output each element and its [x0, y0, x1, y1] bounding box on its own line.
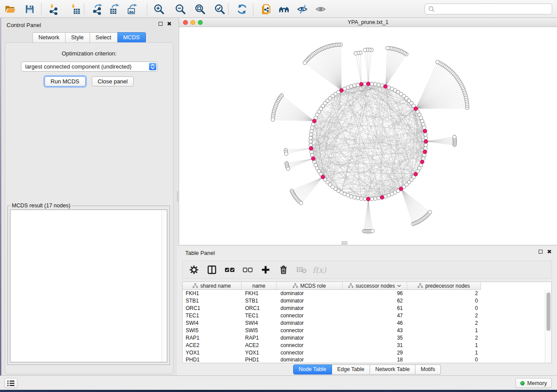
- desktop-edge-bottom: [0, 390, 557, 392]
- show-all-icon[interactable]: [313, 1, 329, 17]
- memory-button[interactable]: Memory: [515, 378, 552, 388]
- close-panel-button[interactable]: Close panel: [92, 76, 134, 86]
- table-row[interactable]: TEC1 TEC1 connector 47 2: [183, 312, 545, 320]
- export-table-icon[interactable]: [107, 1, 122, 17]
- horizontal-splitter-grip[interactable]: [342, 241, 347, 244]
- main-toolbar: [0, 0, 557, 18]
- attribute-type-icon: [348, 283, 353, 288]
- search-input[interactable]: [437, 6, 552, 12]
- mcds-result-title: MCDS result (17 nodes): [10, 203, 72, 209]
- table-toolbar: f(x): [182, 261, 552, 279]
- network-title: YPA_prune.txt_1: [179, 19, 557, 25]
- table-tab[interactable]: Edge Table: [332, 364, 370, 375]
- run-mcds-button[interactable]: Run MCDS: [45, 76, 86, 86]
- column-header[interactable]: shared name: [183, 282, 242, 290]
- column-header[interactable]: name: [242, 282, 277, 290]
- network-canvas[interactable]: [179, 27, 557, 244]
- mcds-result-list: [10, 210, 167, 362]
- zoom-fit-icon[interactable]: [192, 1, 208, 17]
- save-session-icon[interactable]: [22, 1, 38, 17]
- control-panel-tab[interactable]: Select: [90, 32, 118, 43]
- column-header[interactable]: MCDS role: [277, 282, 343, 290]
- table-row[interactable]: PHD1 PHD1 dominator 18 0: [183, 356, 545, 364]
- table-row[interactable]: FKH1 FKH1 dominator 96 2: [183, 290, 545, 297]
- control-panel-tab[interactable]: Style: [66, 32, 90, 43]
- mcds-panel: Optimization criterion: largest connecte…: [5, 42, 173, 374]
- add-column-icon[interactable]: [260, 264, 271, 275]
- control-panel-title: Control Panel: [7, 22, 41, 28]
- control-panel: Control Panel ✖ NetworkStyleSelectMCDS O…: [1, 18, 177, 375]
- export-network-icon[interactable]: [90, 1, 105, 17]
- control-panel-tab[interactable]: Network: [32, 32, 66, 43]
- network-graph: [179, 27, 557, 244]
- status-bar: Memory: [0, 375, 557, 390]
- delete-column-icon[interactable]: [278, 264, 289, 275]
- table-row[interactable]: STB1 STB1 dominator 62 0: [183, 297, 545, 305]
- control-panel-tab[interactable]: MCDS: [118, 32, 146, 43]
- column-header[interactable]: successor nodes: [343, 282, 407, 290]
- search-box[interactable]: [425, 3, 552, 14]
- optimization-criterion-label: Optimization criterion:: [5, 50, 173, 57]
- zoom-out-icon[interactable]: [173, 1, 188, 17]
- node-table: shared name name MCDS role successor nod…: [182, 282, 552, 363]
- refresh-icon[interactable]: [234, 1, 250, 17]
- table-header: shared name name MCDS role successor nod…: [183, 282, 481, 290]
- table-tabs: Node TableEdge TableNetwork TableMotifs: [177, 364, 557, 375]
- table-panel: Table Panel ✖: [177, 245, 557, 375]
- select-all-icon[interactable]: [224, 264, 235, 275]
- function-builder-icon: f(x): [314, 264, 325, 275]
- criterion-value: largest connected component (undirected): [25, 63, 132, 70]
- import-table-icon[interactable]: [67, 1, 83, 17]
- import-network-icon[interactable]: [46, 1, 62, 17]
- close-table-panel-icon[interactable]: ✖: [547, 250, 552, 254]
- show-column-panel-icon[interactable]: [206, 264, 218, 275]
- settings-gear-icon[interactable]: [188, 264, 200, 275]
- table-row[interactable]: ORC1 ORC1 dominator 61 0: [183, 305, 545, 312]
- table-row[interactable]: SWI4 SWI4 dominator 46 2: [183, 320, 545, 327]
- zoom-in-icon[interactable]: [151, 1, 167, 17]
- deselect-all-icon[interactable]: [242, 264, 253, 275]
- hide-selected-icon[interactable]: [294, 1, 310, 17]
- search-network-icon[interactable]: [276, 1, 292, 17]
- attribute-type-icon: [293, 283, 298, 288]
- table-row[interactable]: RAP1 RAP1 dominator 35 2: [183, 334, 545, 341]
- control-panel-tabs: NetworkStyleSelectMCDS: [1, 32, 177, 43]
- list-scrollbar[interactable]: [161, 210, 167, 362]
- search-icon: [428, 6, 435, 13]
- table-scrollbar[interactable]: [545, 290, 551, 363]
- table-row[interactable]: ACE2 ACE2 connector 31 1: [183, 341, 545, 349]
- memory-label: Memory: [527, 380, 547, 386]
- delete-table-icon: [296, 264, 307, 275]
- zoom-selected-icon[interactable]: [212, 1, 228, 17]
- table-tab[interactable]: Motifs: [415, 364, 441, 375]
- table-body: FKH1 FKH1 dominator 96 2 STB1 STB1 domin…: [183, 290, 545, 363]
- attribute-type-icon: [418, 283, 423, 288]
- table-tab[interactable]: Network Table: [370, 364, 415, 375]
- float-panel-icon[interactable]: [159, 22, 163, 26]
- right-region: YPA_prune.txt_1 Table Panel ✖: [177, 18, 557, 375]
- close-panel-icon[interactable]: ✖: [167, 22, 172, 26]
- sort-descending-icon: [397, 285, 401, 287]
- share-document-icon[interactable]: [258, 1, 273, 17]
- column-header[interactable]: predecessor nodes: [407, 282, 481, 290]
- table-panel-title: Table Panel: [185, 250, 215, 256]
- export-image-icon[interactable]: [125, 1, 140, 17]
- network-window: YPA_prune.txt_1: [179, 18, 557, 244]
- memory-status-icon: [520, 381, 525, 385]
- criterion-dropdown[interactable]: largest connected component (undirected): [21, 62, 158, 72]
- table-row[interactable]: YOX1 YOX1 connector 29 1: [183, 349, 545, 356]
- scrollbar-thumb[interactable]: [547, 292, 550, 331]
- dropdown-stepper-icon: [149, 63, 156, 70]
- task-history-button[interactable]: [4, 378, 17, 388]
- table-tab[interactable]: Node Table: [293, 364, 332, 375]
- list-icon: [7, 380, 15, 387]
- network-titlebar: YPA_prune.txt_1: [179, 18, 557, 27]
- float-table-panel-icon[interactable]: [539, 250, 543, 254]
- table-row[interactable]: SWI5 SWI5 connector 43 1: [183, 327, 545, 334]
- open-file-icon[interactable]: [2, 1, 18, 17]
- attribute-type-icon: [193, 283, 198, 288]
- mcds-result-group: MCDS result (17 nodes): [7, 203, 170, 365]
